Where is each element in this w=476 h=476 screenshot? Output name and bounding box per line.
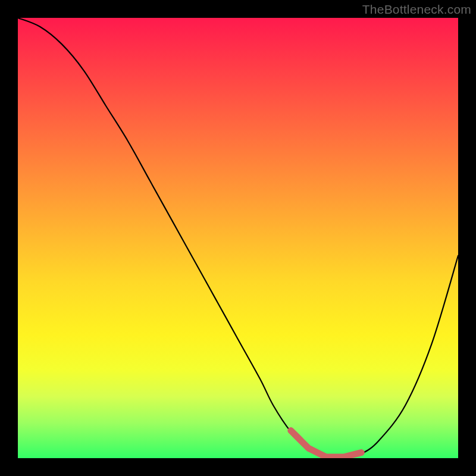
bottleneck-curve [18, 18, 458, 458]
watermark-text: TheBottleneck.com [362, 2, 471, 17]
chart-frame: TheBottleneck.com [0, 0, 476, 476]
curve-svg [18, 18, 458, 458]
plot-area [18, 18, 458, 458]
optimal-range-highlight [291, 431, 361, 457]
